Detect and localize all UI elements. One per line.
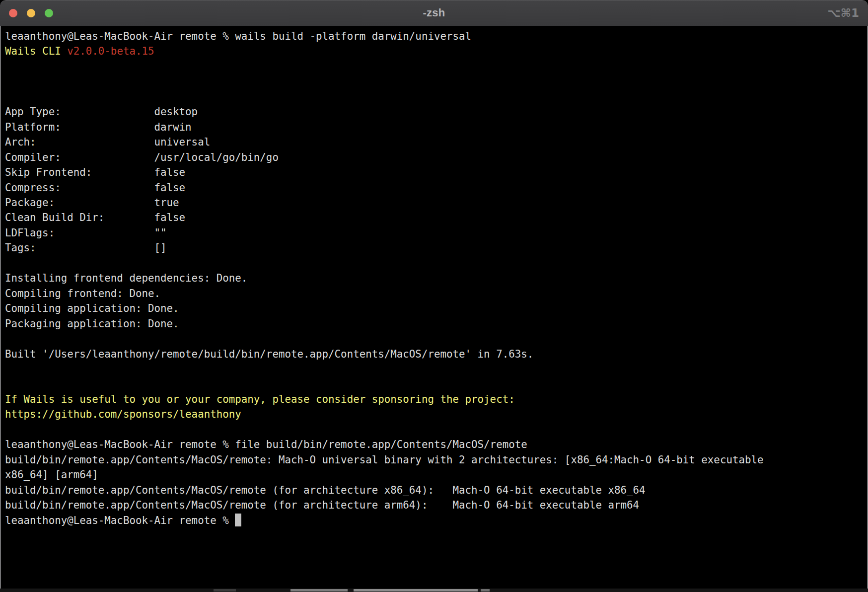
minimize-button[interactable] xyxy=(27,9,35,17)
terminal-text-segment: build/bin/remote.app/Contents/MacOS/remo… xyxy=(5,499,639,511)
zoom-button[interactable] xyxy=(45,9,53,17)
window-shortcut-badge: ⌥⌘1 xyxy=(827,0,859,26)
terminal-line: Packaging application: Done. xyxy=(5,316,867,331)
terminal-text-segment: Compiling application: Done. xyxy=(5,302,179,314)
terminal-text-segment: Compress: false xyxy=(5,182,185,194)
terminal-text-segment: x86_64] [arm64] xyxy=(5,469,98,481)
terminal-text-segment: App Type: desktop xyxy=(5,106,198,118)
terminal-text-segment: Skip Frontend: false xyxy=(5,166,185,178)
terminal-text-segment: Tags: [] xyxy=(5,242,167,254)
background-window-fragment xyxy=(290,589,348,592)
terminal-line: https://github.com/sponsors/leaanthony xyxy=(5,407,867,422)
terminal-line: Compress: false xyxy=(5,180,867,195)
terminal-line xyxy=(5,256,867,271)
background-window-fragment xyxy=(214,589,236,592)
terminal-text-segment: build/bin/remote.app/Contents/MacOS/remo… xyxy=(5,484,646,496)
background-window-edge xyxy=(0,589,868,592)
terminal-line: build/bin/remote.app/Contents/MacOS/remo… xyxy=(5,452,867,467)
terminal-text-segment: Compiler: /usr/local/go/bin/go xyxy=(5,151,279,163)
terminal-line: If Wails is useful to you or your compan… xyxy=(5,392,867,407)
terminal-line xyxy=(5,331,867,346)
close-button[interactable] xyxy=(9,9,17,17)
terminal-text-segment: Wails CLI xyxy=(5,45,67,57)
terminal-text-segment: Clean Build Dir: false xyxy=(5,212,185,223)
background-window-fragment xyxy=(481,589,490,592)
terminal-window: -zsh ⌥⌘1 leaanthony@Leas-MacBook-Air rem… xyxy=(0,0,868,592)
terminal-line xyxy=(5,89,867,104)
background-window-fragment xyxy=(354,589,478,592)
terminal-line xyxy=(5,59,867,74)
terminal-text-segment: build/bin/remote.app/Contents/MacOS/remo… xyxy=(5,454,764,466)
terminal-text-segment: Packaging application: Done. xyxy=(5,318,179,330)
terminal-text-segment: Compiling frontend: Done. xyxy=(5,288,160,299)
terminal-line: x86_64] [arm64] xyxy=(5,467,867,482)
terminal-text-segment: v2.0.0-beta.15 xyxy=(67,45,154,57)
terminal-line: build/bin/remote.app/Contents/MacOS/remo… xyxy=(5,483,867,498)
terminal-line: Installing frontend dependencies: Done. xyxy=(5,271,867,286)
terminal-text-segment: leaanthony@Leas-MacBook-Air remote % xyxy=(5,515,235,526)
terminal-line xyxy=(5,74,867,89)
terminal-line: Skip Frontend: false xyxy=(5,165,867,180)
terminal-text-segment: Arch: universal xyxy=(5,136,210,148)
terminal-line: leaanthony@Leas-MacBook-Air remote % xyxy=(5,513,867,528)
terminal-line: Clean Build Dir: false xyxy=(5,210,867,225)
terminal-text-segment: If Wails is useful to you or your compan… xyxy=(5,393,515,405)
terminal-line: leaanthony@Leas-MacBook-Air remote % fil… xyxy=(5,437,867,452)
terminal-text-segment: https://github.com/sponsors/leaanthony xyxy=(5,408,241,420)
terminal-line: Tags: [] xyxy=(5,240,867,255)
terminal-text-segment: Built '/Users/leaanthony/remote/build/bi… xyxy=(5,348,533,360)
window-titlebar[interactable]: -zsh ⌥⌘1 xyxy=(0,0,868,26)
terminal-line xyxy=(5,422,867,437)
terminal-line: Built '/Users/leaanthony/remote/build/bi… xyxy=(5,347,867,362)
terminal-line xyxy=(5,376,867,391)
terminal-line: App Type: desktop xyxy=(5,104,867,119)
terminal-text-segment: Package: true xyxy=(5,197,179,209)
terminal-output[interactable]: leaanthony@Leas-MacBook-Air remote % wai… xyxy=(0,26,868,589)
terminal-line: LDFlags: "" xyxy=(5,225,867,240)
window-title: -zsh xyxy=(423,6,445,19)
terminal-text-segment: LDFlags: "" xyxy=(5,227,167,239)
terminal-line: Platform: darwin xyxy=(5,120,867,135)
terminal-line: build/bin/remote.app/Contents/MacOS/remo… xyxy=(5,498,867,513)
terminal-text-segment: leaanthony@Leas-MacBook-Air remote % wai… xyxy=(5,30,471,42)
terminal-line: Compiling frontend: Done. xyxy=(5,286,867,301)
terminal-line xyxy=(5,362,867,376)
terminal-text-segment: leaanthony@Leas-MacBook-Air remote % fil… xyxy=(5,439,527,450)
terminal-cursor xyxy=(235,514,241,526)
terminal-line: leaanthony@Leas-MacBook-Air remote % wai… xyxy=(5,29,867,44)
terminal-text-segment: Installing frontend dependencies: Done. xyxy=(5,272,247,284)
traffic-light-buttons xyxy=(9,0,53,26)
terminal-line: Package: true xyxy=(5,195,867,210)
terminal-line: Arch: universal xyxy=(5,135,867,149)
terminal-text-segment: Platform: darwin xyxy=(5,121,192,133)
terminal-line: Compiler: /usr/local/go/bin/go xyxy=(5,150,867,165)
terminal-line: Compiling application: Done. xyxy=(5,301,867,316)
terminal-line: Wails CLI v2.0.0-beta.15 xyxy=(5,44,867,59)
